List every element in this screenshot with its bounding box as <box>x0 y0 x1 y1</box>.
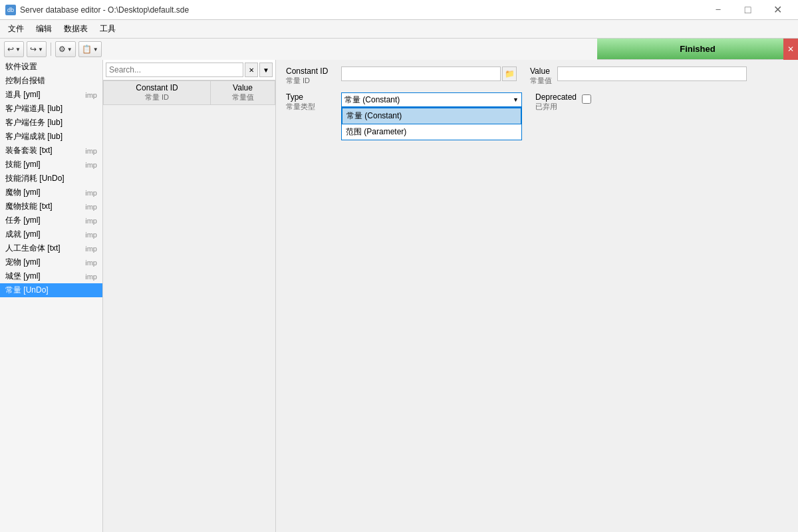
status-bar: Finished ✕ <box>597 39 798 59</box>
deprecated-label-block: Deprecated 已弃用 <box>535 92 577 112</box>
data-table: Constant ID 常量 ID Value 常量值 <box>103 80 275 105</box>
menu-datatable[interactable]: 数据表 <box>59 21 93 37</box>
type-label-block: Type 常量类型 <box>286 92 336 112</box>
sidebar-item-label: 装备套装 [txt] <box>5 145 53 156</box>
sidebar-item-badge: imp <box>85 231 97 239</box>
maximize-button[interactable]: □ <box>733 0 763 20</box>
sidebar-item-label: 客户端任务 [lub] <box>5 117 63 128</box>
sidebar-item-castle[interactable]: 城堡 [yml] imp <box>0 269 102 283</box>
close-button[interactable]: ✕ <box>763 0 793 20</box>
main-content: ✕ ▼ Constant ID 常量 ID Value 常量值 <box>103 60 798 532</box>
toolbar-separator <box>51 43 51 56</box>
sidebar-item-label: 技能消耗 [UnDo] <box>5 173 65 184</box>
sidebar-item-label: 人工生命体 [txt] <box>5 243 61 254</box>
table-area: ✕ ▼ Constant ID 常量 ID Value 常量值 <box>103 60 276 532</box>
type-select[interactable]: 常量 (Constant) ▼ <box>341 92 522 107</box>
sidebar-item-label: 城堡 [yml] <box>5 271 41 282</box>
sidebar-item-software-settings[interactable]: 软件设置 <box>0 60 102 74</box>
deprecated-sublabel: 已弃用 <box>535 102 577 112</box>
search-dropdown-button[interactable]: ▼ <box>259 63 273 77</box>
constant-id-input-group: 📁 <box>341 66 517 81</box>
sidebar-item-skills-yml[interactable]: 技能 [yml] imp <box>0 158 102 172</box>
type-select-value: 常量 (Constant) <box>344 94 400 106</box>
constant-id-field-group: Constant ID 常量 ID 📁 <box>286 66 517 86</box>
browse-icon: 📁 <box>505 69 515 78</box>
tool-btn-1[interactable]: ⚙ ▼ <box>55 41 76 57</box>
constant-id-sublabel: 常量 ID <box>286 76 336 86</box>
sidebar-item-client-items[interactable]: 客户端道具 [lub] <box>0 102 102 116</box>
window-title: Server database editor - O:\Desktop\defa… <box>20 5 189 15</box>
detail-panel: Constant ID 常量 ID 📁 Value 常量值 <box>276 60 798 532</box>
sidebar-item-badge: imp <box>85 245 97 253</box>
tool-btn-2-dropdown-icon: ▼ <box>93 47 98 53</box>
sidebar-item-label: 道具 [yml] <box>5 89 41 100</box>
undo-button[interactable]: ↩ ▼ <box>4 41 24 57</box>
detail-row-1: Constant ID 常量 ID 📁 Value 常量值 <box>286 66 788 86</box>
sidebar: 软件设置 控制台报错 道具 [yml] imp 客户端道具 [lub] 客户端任… <box>0 60 103 532</box>
search-clear-button[interactable]: ✕ <box>245 63 258 77</box>
app-icon: db <box>5 5 16 15</box>
sidebar-item-achievements[interactable]: 成就 [yml] imp <box>0 227 102 241</box>
sidebar-item-label: 魔物技能 [txt] <box>5 201 53 212</box>
window-controls: － □ ✕ <box>703 0 793 20</box>
sidebar-item-label: 客户端成就 [lub] <box>5 131 63 142</box>
redo-button[interactable]: ↪ ▼ <box>27 41 47 57</box>
type-select-container: 常量 (Constant) ▼ 常量 (Constant) 范围 (Parame… <box>341 92 522 107</box>
tool-btn-1-dropdown-icon: ▼ <box>67 47 72 53</box>
search-bar: ✕ ▼ <box>103 60 275 80</box>
constant-id-browse-button[interactable]: 📁 <box>502 66 517 81</box>
sidebar-item-artificial-life[interactable]: 人工生命体 [txt] imp <box>0 241 102 255</box>
sidebar-item-client-quests[interactable]: 客户端任务 [lub] <box>0 116 102 130</box>
type-label: Type <box>286 92 336 102</box>
tool-icon-1: ⚙ <box>59 45 66 54</box>
sidebar-item-label: 任务 [yml] <box>5 215 41 226</box>
constant-id-label-block: Constant ID 常量 ID <box>286 66 336 86</box>
type-select-arrow: ▼ <box>513 96 519 103</box>
sidebar-item-label: 控制台报错 <box>5 75 45 86</box>
type-field-group: Type 常量类型 常量 (Constant) ▼ 常量 (Constant) <box>286 92 522 112</box>
sidebar-item-skill-costs[interactable]: 技能消耗 [UnDo] <box>0 172 102 186</box>
sidebar-item-badge: imp <box>85 273 97 281</box>
menu-tools[interactable]: 工具 <box>94 21 121 37</box>
titlebar-left: db Server database editor - O:\Desktop\d… <box>5 5 189 15</box>
sidebar-item-badge: imp <box>85 189 97 197</box>
sidebar-item-badge: imp <box>85 217 97 225</box>
value-input[interactable] <box>557 66 747 81</box>
tool-btn-2[interactable]: 📋 ▼ <box>78 41 102 57</box>
sidebar-item-items-yml[interactable]: 道具 [yml] imp <box>0 88 102 102</box>
sidebar-item-equipment-sets[interactable]: 装备套装 [txt] imp <box>0 144 102 158</box>
sidebar-item-badge: imp <box>85 147 97 155</box>
sidebar-item-monsters[interactable]: 魔物 [yml] imp <box>0 186 102 200</box>
menu-edit[interactable]: 编辑 <box>31 21 57 37</box>
table-header-value: Value 常量值 <box>211 81 275 105</box>
sidebar-item-monster-skills[interactable]: 魔物技能 [txt] imp <box>0 200 102 213</box>
sidebar-item-badge: imp <box>85 203 97 211</box>
type-option-parameter[interactable]: 范围 (Parameter) <box>342 124 521 140</box>
sidebar-item-badge: imp <box>85 259 97 267</box>
undo-icon: ↩ <box>7 45 14 54</box>
deprecated-label: Deprecated <box>535 92 577 102</box>
minimize-button[interactable]: － <box>703 0 733 20</box>
type-option-constant[interactable]: 常量 (Constant) <box>342 108 521 124</box>
sidebar-item-label: 技能 [yml] <box>5 159 41 170</box>
sidebar-item-label: 客户端道具 [lub] <box>5 103 63 114</box>
sidebar-item-quests[interactable]: 任务 [yml] imp <box>0 213 102 227</box>
status-text: Finished <box>680 44 715 54</box>
status-close-button[interactable]: ✕ <box>783 39 798 60</box>
sidebar-item-label: 宠物 [yml] <box>5 257 41 268</box>
menu-file[interactable]: 文件 <box>3 21 29 37</box>
sidebar-item-pets[interactable]: 宠物 [yml] imp <box>0 255 102 269</box>
constant-id-input[interactable] <box>341 66 501 81</box>
redo-dropdown-icon: ▼ <box>38 47 43 53</box>
sidebar-item-label: 魔物 [yml] <box>5 187 41 198</box>
redo-icon: ↪ <box>30 45 37 54</box>
titlebar: db Server database editor - O:\Desktop\d… <box>0 0 798 20</box>
sidebar-item-console-errors[interactable]: 控制台报错 <box>0 74 102 88</box>
sidebar-item-constants[interactable]: 常量 [UnDo] <box>0 283 102 297</box>
deprecated-checkbox[interactable] <box>582 94 591 104</box>
sidebar-item-badge: imp <box>85 161 97 169</box>
sidebar-item-label: 软件设置 <box>5 61 37 72</box>
undo-dropdown-icon: ▼ <box>15 47 21 53</box>
search-input[interactable] <box>106 63 243 77</box>
sidebar-item-client-achievements[interactable]: 客户端成就 [lub] <box>0 130 102 144</box>
